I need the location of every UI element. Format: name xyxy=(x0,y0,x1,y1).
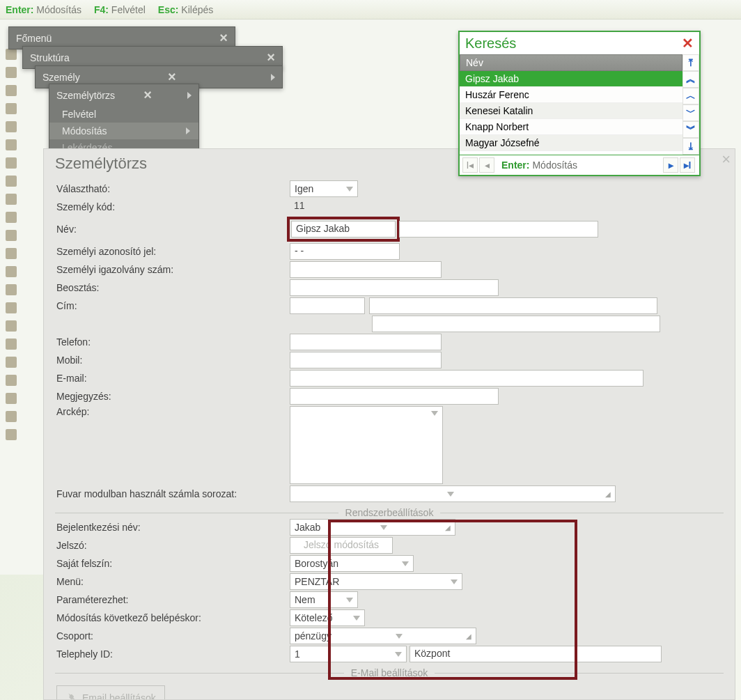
nav-up-icon[interactable]: ︿ xyxy=(682,88,699,104)
wrench-icon xyxy=(65,692,78,699)
section-rendszer: Rendszerbeállítások xyxy=(44,507,735,518)
close-icon[interactable]: × xyxy=(168,69,176,85)
input-cim-street[interactable] xyxy=(372,316,660,332)
search-row[interactable]: Magyar Józsefné xyxy=(460,135,682,151)
input-szig[interactable] xyxy=(290,261,442,278)
search-row[interactable]: Knapp Norbert xyxy=(460,119,682,135)
shortcut-enter-key: Enter: xyxy=(6,4,33,15)
search-popup: Keresés ✕ Név Gipsz Jakab Huszár Ferenc … xyxy=(458,31,701,176)
nav-down-icon[interactable]: ﹀ xyxy=(682,104,699,121)
combo-mod-kovetkezo[interactable]: Kötelező xyxy=(290,609,365,626)
label-menu: Menü: xyxy=(56,576,290,587)
label-szig: Személyi igazolvány szám: xyxy=(56,264,290,275)
nav-first-icon[interactable]: ⤒ xyxy=(682,54,699,71)
search-col-header[interactable]: Név xyxy=(460,54,682,71)
menu-struktura-title: Struktúra xyxy=(30,52,70,63)
shortcut-esc-key: Esc: xyxy=(158,4,179,15)
label-beosztas: Beosztás: xyxy=(56,282,290,293)
value-kod: 11 xyxy=(290,199,316,215)
search-foot-mod: Módosítás xyxy=(532,160,577,171)
label-arckep: Arckép: xyxy=(56,406,290,417)
button-jelszo-modositas[interactable]: Jelszó módosítás xyxy=(290,537,393,554)
label-nev: Név: xyxy=(56,224,290,235)
label-param: Paraméterezhet: xyxy=(56,594,290,605)
label-email: E-mail: xyxy=(56,373,290,384)
close-icon[interactable]: × xyxy=(267,49,275,65)
label-valaszthato: Választható: xyxy=(56,183,290,194)
nav-prev-button[interactable]: ◂ xyxy=(479,157,494,173)
nav-pageup-icon[interactable]: ︽ xyxy=(682,71,699,88)
input-nev-extra[interactable] xyxy=(399,221,598,238)
left-icon-column xyxy=(6,49,18,440)
section-email: E-Mail beállítások xyxy=(44,667,735,678)
search-title: Keresés xyxy=(465,36,516,52)
search-row[interactable]: Kenesei Katalin xyxy=(460,103,682,119)
menu-szemely-title: Személy xyxy=(42,72,80,83)
nav-next-button[interactable]: ▸ xyxy=(663,157,678,173)
shortcut-bar: Enter: Módosítás F4: Felvétel Esc: Kilép… xyxy=(0,0,741,20)
button-email-beallitasok[interactable]: Email beállítások xyxy=(56,685,165,699)
label-cim: Cím: xyxy=(56,300,290,311)
input-szaj[interactable]: - - xyxy=(290,243,400,260)
label-jelszo: Jelszó: xyxy=(56,540,290,551)
menu-item-modositas[interactable]: Módosítás xyxy=(49,123,198,139)
close-icon[interactable]: × xyxy=(219,30,228,46)
combo-bejelentkezesi-nev[interactable]: Jakab◢ xyxy=(290,519,455,536)
input-mobil[interactable] xyxy=(290,352,442,368)
combo-fuvar[interactable]: ◢ xyxy=(290,485,616,502)
search-foot-enter: Enter: xyxy=(501,160,529,171)
label-fuvar: Fuvar modulban használt számla sorozat: xyxy=(56,488,290,499)
combo-valaszthato[interactable]: Igen xyxy=(290,180,358,197)
form-panel: × Személytörzs Választható: Igen Személy… xyxy=(43,148,735,700)
shortcut-esc-label: Kilépés xyxy=(181,4,213,15)
combo-csoport[interactable]: pénzügy◢ xyxy=(290,628,476,644)
input-telefon[interactable] xyxy=(290,334,442,350)
combo-parameterezhet[interactable]: Nem xyxy=(290,591,358,608)
menu-szemelytorzs[interactable]: Személytörzs× Felvétel Módosítás Lekérde… xyxy=(49,84,199,157)
close-icon[interactable]: ✕ xyxy=(682,35,694,52)
picker-arckep[interactable] xyxy=(290,406,443,484)
menu-fomenu-title: Főmenü xyxy=(16,33,52,44)
label-kod: Személy kód: xyxy=(56,201,290,212)
combo-telephely-id[interactable]: 1 xyxy=(290,646,407,662)
label-telefon: Telefon: xyxy=(56,336,290,348)
menu-item-felvetel[interactable]: Felvétel xyxy=(49,106,198,123)
label-megj: Megjegyzés: xyxy=(56,391,290,402)
input-cim-zip[interactable] xyxy=(290,297,365,314)
label-modkov: Módosítás következő belépéskor: xyxy=(56,612,290,623)
shortcut-f4-key: F4: xyxy=(94,4,109,15)
nav-first-button[interactable]: I◂ xyxy=(462,157,478,173)
search-row[interactable]: Huszár Ferenc xyxy=(460,87,682,103)
nav-last-button[interactable]: ▸I xyxy=(680,157,695,173)
close-icon[interactable]: × xyxy=(143,87,152,103)
label-mobil: Mobil: xyxy=(56,355,290,366)
input-telephely-name[interactable]: Központ xyxy=(410,646,662,662)
shortcut-enter-label: Módosítás xyxy=(36,4,81,15)
menu-szemelytorzs-title: Személytörzs xyxy=(56,90,115,101)
input-nev[interactable]: Gipsz Jakab xyxy=(291,221,396,238)
nav-last-icon[interactable]: ⤓ xyxy=(682,138,699,155)
label-telephely: Telephely ID: xyxy=(56,648,290,660)
input-beosztas[interactable] xyxy=(290,279,499,296)
combo-felszin[interactable]: Borostyán xyxy=(290,555,414,572)
label-szaj: Személyi azonosító jel: xyxy=(56,246,290,257)
nav-pagedown-icon[interactable]: ︾ xyxy=(682,121,699,138)
input-cim-city[interactable] xyxy=(369,297,657,314)
shortcut-f4-label: Felvétel xyxy=(111,4,146,15)
combo-menu[interactable]: PENZTAR xyxy=(290,573,462,590)
label-felszin: Saját felszín: xyxy=(56,558,290,569)
input-megjegyzes[interactable] xyxy=(290,388,499,405)
input-email[interactable] xyxy=(290,370,644,387)
label-csoport: Csoport: xyxy=(56,630,290,641)
label-bejel: Bejelentkezési név: xyxy=(56,522,290,533)
search-row[interactable]: Gipsz Jakab xyxy=(460,71,682,87)
close-icon[interactable]: × xyxy=(722,150,731,169)
